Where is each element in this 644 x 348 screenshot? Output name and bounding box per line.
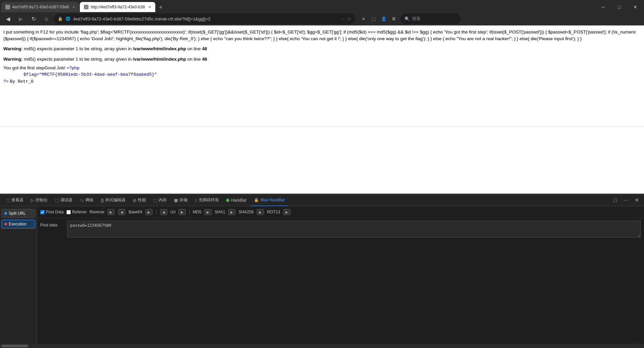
referrer-checkbox[interactable]: [66, 210, 71, 214]
nav-extra-btn-1[interactable]: ≡: [359, 13, 368, 24]
tab-1[interactable]: 4ed7eff3-9a72-43e0-b387-59e8 ✕: [1, 2, 79, 12]
inspector-label: 查看器: [11, 197, 23, 203]
back-button[interactable]: ◀: [3, 13, 13, 24]
rot13-btn[interactable]: ▶: [283, 209, 290, 215]
url-more-icon: ···: [341, 16, 344, 21]
hackbar-label: HackBar: [231, 198, 247, 203]
accessibility-label: 无障碍环境: [199, 197, 219, 203]
warning-lineno-1: 48: [202, 46, 207, 51]
reload-button[interactable]: ↻: [28, 13, 39, 24]
split-url-label: Split URL: [9, 211, 26, 216]
nav-extra-btn-3[interactable]: ≡: [389, 13, 398, 24]
sep2: |: [189, 209, 190, 215]
referrer-label: Referrer: [72, 210, 87, 214]
devtools-tab-network[interactable]: ↑↓ 网络: [76, 194, 97, 206]
devtools-tab-memory[interactable]: ⬚ 内存: [150, 194, 170, 206]
accessibility-icon: ↕: [195, 198, 197, 203]
reverse-label: Reverse: [90, 210, 105, 214]
hackbar-toolbar: Post Data Referrer Reverse ▶ ◀ Base64 ▶ …: [37, 206, 644, 218]
console-label: 控制台: [36, 197, 48, 203]
post-data-checkbox-label[interactable]: Post Data: [40, 210, 64, 214]
md5-btn[interactable]: ▶: [204, 209, 212, 215]
postdata-label: Post data: [40, 221, 64, 227]
postdata-input[interactable]: [67, 221, 641, 237]
home-button[interactable]: ⌂: [41, 13, 52, 24]
base64-label: Base64: [128, 210, 142, 214]
browser-window: 4ed7eff3-9a72-43e0-b387-59e8 ✕ http://4e…: [0, 0, 644, 348]
php-open-tag: <?php: [67, 64, 79, 72]
devtools-tab-hackbar[interactable]: HackBar: [223, 194, 250, 206]
base64-encode-btn[interactable]: ▶: [145, 209, 153, 215]
new-tab-button[interactable]: +: [156, 3, 165, 12]
forward-button[interactable]: ▶: [15, 13, 26, 24]
php-flag-var: $flag="MRCTF{95081edc-5b33-4dad-aeaf-bea…: [23, 72, 157, 77]
style-label: 样式编辑器: [105, 197, 125, 203]
inspector-icon: ⬚: [6, 198, 10, 203]
base64-decode-left-btn[interactable]: ◀: [160, 209, 167, 215]
warning-path-2: /var/www/html/index.php: [133, 57, 186, 62]
split-url-button[interactable]: Split URL: [1, 209, 35, 218]
tab-favicon-1: [5, 5, 10, 9]
reverse-decode-btn[interactable]: ◀: [118, 209, 125, 215]
devtools-more-btn[interactable]: ···: [621, 196, 631, 205]
tab-title-1: 4ed7eff3-9a72-43e0-b387-59e8: [12, 5, 69, 9]
url-encode-btn[interactable]: ▶: [178, 209, 186, 215]
warning-path-1: /var/www/html/index.php: [133, 46, 186, 51]
main-code-text: I put something in F12 for you include '…: [3, 29, 641, 43]
storage-icon: ▦: [174, 198, 178, 203]
bookmark-icon[interactable]: ☆: [347, 16, 352, 21]
md5-label: MD5: [193, 210, 201, 214]
security-icon: 🔒: [58, 16, 63, 21]
sha256-btn[interactable]: ▶: [257, 209, 264, 215]
execution-button[interactable]: Execution: [1, 220, 35, 228]
execution-label: Execution: [9, 222, 26, 226]
warning-label-1: Warning: [3, 46, 21, 51]
tab-close-2[interactable]: ✕: [148, 5, 151, 9]
minimize-button[interactable]: ─: [596, 2, 610, 12]
tab-bar: 4ed7eff3-9a72-43e0-b387-59e8 ✕ http://4e…: [0, 0, 644, 12]
execution-dot: [4, 223, 7, 225]
devtools-tab-style[interactable]: {} 样式编辑器: [98, 194, 129, 206]
profile-button[interactable]: 👤: [379, 13, 388, 24]
network-icon: ↑↓: [80, 198, 84, 203]
devtools-tab-accessibility[interactable]: ↕ 无障碍环境: [192, 194, 222, 206]
devtools-tab-inspector[interactable]: ⬚ 查看器: [3, 194, 27, 206]
devtools-tab-console[interactable]: ▷ 控制台: [28, 194, 51, 206]
reverse-encode-btn[interactable]: ▶: [107, 209, 115, 215]
sha1-btn[interactable]: ▶: [228, 209, 235, 215]
tab-2[interactable]: http://4ed7eff3-9a72-43e0-b38 ✕: [80, 2, 155, 12]
devtools-tabs: ⬚ 查看器 ▷ 控制台 ⬚ 调试器 ↑↓ 网络 {} 样式编辑器: [0, 194, 644, 206]
success-line: You got the first stepGood Job! <?php: [3, 64, 641, 72]
horizontal-scrollbar[interactable]: [0, 344, 644, 348]
address-bar[interactable]: 🔒 🌐 4ed7eff3-9a72-43e0-b387-59e8ebc27d5c…: [54, 13, 356, 24]
post-data-label: Post Data: [46, 210, 64, 214]
search-icon: 🔍: [405, 16, 410, 21]
devtools-tab-debugger[interactable]: ⬚ 调试器: [52, 194, 76, 206]
referrer-checkbox-label[interactable]: Referrer: [66, 210, 87, 214]
browser-top: 4ed7eff3-9a72-43e0-b387-59e8 ✕ http://4e…: [0, 0, 644, 25]
devtools-panel: ⬚ 查看器 ▷ 控制台 ⬚ 调试器 ↑↓ 网络 {} 样式编辑器: [0, 194, 644, 348]
close-button[interactable]: ✕: [628, 2, 643, 12]
tab-favicon-2: [84, 5, 89, 9]
tab-close-1[interactable]: ✕: [72, 5, 75, 9]
navigation-bar: ◀ ▶ ↻ ⌂ 🔒 🌐 4ed7eff3-9a72-43e0-b387-59e8…: [0, 12, 644, 25]
url-display[interactable]: 4ed7eff3-9a72-43e0-b387-59e8ebc27d5c.mer…: [73, 16, 338, 21]
php-flag-line: $flag="MRCTF{95081edc-5b33-4dad-aeaf-bea…: [23, 71, 641, 78]
php-close-line: ?> By Retr_0: [3, 78, 641, 85]
search-placeholder: 搜索: [412, 16, 421, 22]
memory-label: 内存: [159, 197, 167, 203]
debugger-icon: ⬚: [55, 198, 59, 203]
devtools-close-btn[interactable]: ✕: [632, 196, 641, 205]
devtools-tab-maxhackbar[interactable]: 🔒 Max HackBar: [251, 194, 288, 206]
devtools-tab-performance[interactable]: ◎ 性能: [129, 194, 149, 206]
sha1-label: SHA1: [215, 210, 225, 214]
post-data-checkbox[interactable]: [40, 210, 45, 214]
nav-extra-btn-2[interactable]: ⬚: [369, 13, 378, 24]
devtools-tab-storage[interactable]: ▦ 存储: [171, 194, 191, 206]
memory-icon: ⬚: [153, 198, 157, 203]
debugger-label: 调试器: [60, 197, 72, 203]
devtools-expand-btn[interactable]: □: [610, 196, 620, 205]
style-icon: {}: [101, 198, 104, 203]
search-bar[interactable]: 🔍 搜索: [400, 13, 461, 24]
maximize-button[interactable]: □: [612, 2, 627, 12]
